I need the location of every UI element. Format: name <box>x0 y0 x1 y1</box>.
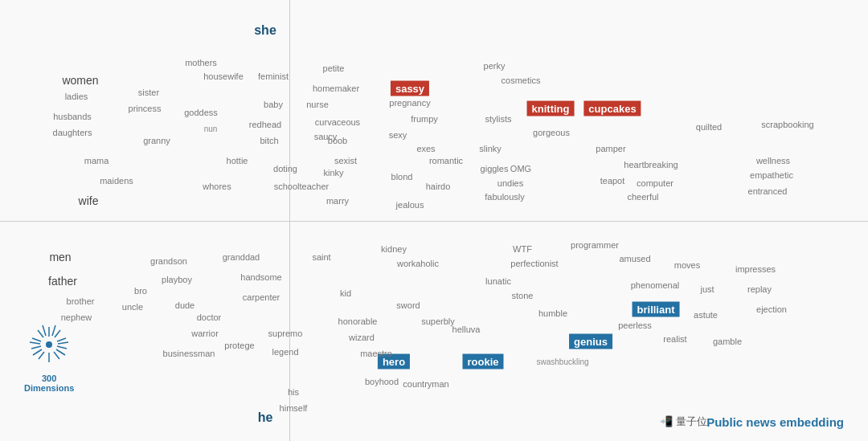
word-businessman: businessman <box>163 349 215 358</box>
svg-line-15 <box>33 349 42 355</box>
word-she: she <box>254 23 276 38</box>
word-hairdo: hairdo <box>426 182 451 191</box>
word-nun: nun <box>204 125 218 133</box>
svg-line-3 <box>54 352 59 359</box>
word-scrapbooking: scrapbooking <box>761 120 813 129</box>
word-marry: marry <box>326 196 349 206</box>
svg-line-14 <box>30 342 40 344</box>
word-housewife: housewife <box>203 71 244 81</box>
word-wellness: wellness <box>756 156 790 165</box>
word-redhead: redhead <box>249 120 281 129</box>
bottom-label: Public news embedding <box>706 415 844 429</box>
word-programmer: programmer <box>571 240 619 250</box>
word-husbands: husbands <box>53 112 92 121</box>
word-blond: blond <box>391 172 413 182</box>
word-schoolteacher: schoolteacher <box>274 182 330 191</box>
word-jealous: jealous <box>396 200 424 210</box>
svg-line-7 <box>32 338 41 341</box>
word-mothers: mothers <box>185 58 217 67</box>
word-wtf: WTF <box>513 244 532 254</box>
word-peerless: peerless <box>618 321 652 330</box>
svg-line-11 <box>43 325 46 336</box>
word-superbly: superbly <box>421 316 455 326</box>
word-gamble: gamble <box>713 337 742 346</box>
word-kidney: kidney <box>381 244 407 254</box>
word-mama: mama <box>84 156 109 165</box>
word-baby: baby <box>264 100 283 109</box>
word-uncle: uncle <box>122 302 143 312</box>
word-cloud: 300 Dimensions Public news embedding 📲 量… <box>0 0 868 441</box>
word-daughters: daughters <box>53 128 92 137</box>
word-petite: petite <box>323 63 345 73</box>
word-stylists: stylists <box>485 114 512 124</box>
word-empathetic: empathetic <box>750 170 793 180</box>
word-carpenter: carpenter <box>243 292 280 302</box>
word-cheerful: cheerful <box>627 192 658 202</box>
word-men: men <box>49 251 71 263</box>
svg-point-16 <box>46 341 52 348</box>
word-sister: sister <box>138 88 159 97</box>
svg-line-9 <box>55 330 60 337</box>
word-wizard: wizard <box>349 333 375 342</box>
svg-line-1 <box>57 338 66 341</box>
word-honorable: honorable <box>338 316 378 326</box>
word-countryman: countryman <box>403 379 448 389</box>
word-perfectionist: perfectionist <box>510 259 558 268</box>
word-wife: wife <box>79 194 99 207</box>
burst-icon <box>25 321 73 369</box>
word-workaholic: workaholic <box>397 259 439 268</box>
word-quilted: quilted <box>696 122 722 132</box>
word-maidens: maidens <box>100 176 133 186</box>
word-swashbuckling: swashbuckling <box>536 357 588 366</box>
word-exes: exes <box>416 144 435 153</box>
vertical-axis <box>289 0 290 441</box>
word-pamper: pamper <box>596 144 625 153</box>
word-legend: legend <box>272 347 298 357</box>
word-father: father <box>48 275 77 288</box>
svg-line-5 <box>39 352 44 359</box>
word-perky: perky <box>484 61 506 71</box>
word-teapot: teapot <box>600 176 625 186</box>
svg-line-13 <box>56 349 65 355</box>
svg-line-10 <box>52 325 55 336</box>
word-humble: humble <box>538 308 567 318</box>
word-pregnancy: pregnancy <box>389 98 430 108</box>
word-his: his <box>288 387 299 397</box>
word-doting: doting <box>273 164 297 174</box>
word-amused: amused <box>619 254 650 263</box>
word-boyhood: boyhood <box>365 377 399 386</box>
word-granny: granny <box>143 136 170 145</box>
word-he: he <box>258 410 273 425</box>
word-women: women <box>62 74 98 87</box>
word-kinky: kinky <box>323 168 343 178</box>
word-replay: replay <box>747 284 772 294</box>
word-rookie: rookie <box>462 354 503 370</box>
word-astute: astute <box>694 310 718 320</box>
word-nephew: nephew <box>61 312 92 322</box>
word-computer: computer <box>637 178 674 188</box>
word-fabulously: fabulously <box>485 192 525 202</box>
word-cupcakes: cupcakes <box>583 101 641 116</box>
word-giggles: giggles <box>481 164 509 174</box>
word-sexist: sexist <box>334 156 357 165</box>
word-gorgeous: gorgeous <box>533 128 570 137</box>
svg-line-12 <box>58 342 68 344</box>
logo-text: 300 Dimensions <box>24 374 74 393</box>
word-sword: sword <box>396 300 420 310</box>
wechat-area: 📲 量子位 <box>660 414 707 429</box>
word-doctor: doctor <box>197 312 222 322</box>
horizontal-axis <box>0 221 868 222</box>
word-dude: dude <box>175 300 194 310</box>
word-just: just <box>700 284 714 294</box>
word-playboy: playboy <box>162 275 192 284</box>
word-nurse: nurse <box>306 100 329 109</box>
word-bro: bro <box>134 286 147 296</box>
word-hottie: hottie <box>227 156 248 165</box>
word-curvaceous: curvaceous <box>315 117 360 127</box>
word-knitting: knitting <box>527 101 575 116</box>
word-entranced: entranced <box>748 186 788 196</box>
word-romantic: romantic <box>429 156 463 165</box>
word-goddess: goddess <box>184 108 218 117</box>
word-slinky: slinky <box>479 144 502 153</box>
svg-line-2 <box>57 346 67 349</box>
